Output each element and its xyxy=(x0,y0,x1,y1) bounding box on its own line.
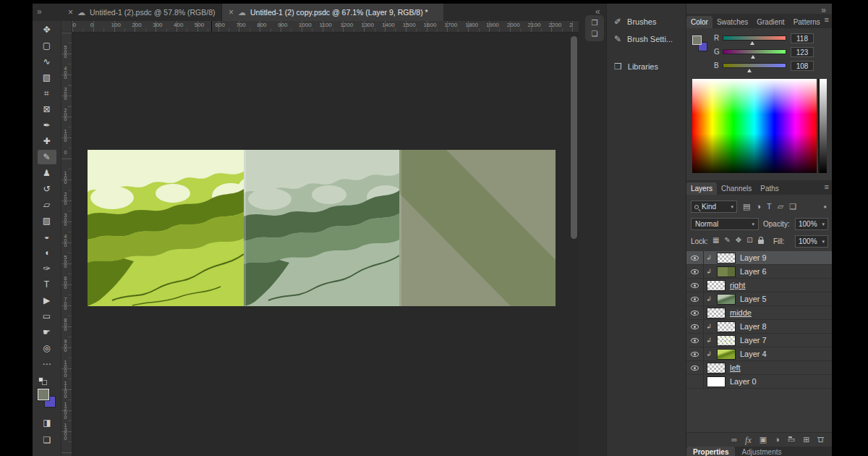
b-slider[interactable] xyxy=(723,63,786,68)
blend-mode-select[interactable]: Normal ▾ xyxy=(691,218,759,230)
layer-thumbnail[interactable] xyxy=(707,363,726,373)
layer-thumbnail[interactable] xyxy=(717,253,736,263)
edit-toolbar-button[interactable]: ⋯ xyxy=(38,357,56,371)
visibility-toggle[interactable] xyxy=(686,279,704,292)
visibility-toggle[interactable] xyxy=(686,334,704,347)
eraser-tool[interactable]: ▱ xyxy=(38,198,56,212)
layer-thumbnail[interactable] xyxy=(707,280,726,291)
fill-input[interactable]: 100% ▾ xyxy=(795,235,828,248)
tab-paths[interactable]: Paths xyxy=(756,182,783,195)
tab-patterns[interactable]: Patterns xyxy=(789,16,825,28)
expand-panel-icon[interactable]: » xyxy=(37,7,42,17)
layer-row[interactable]: midde xyxy=(686,306,832,320)
layer-effects-button[interactable]: fx xyxy=(745,436,752,444)
slider-thumb[interactable] xyxy=(751,55,755,59)
blur-tool[interactable]: ◒ xyxy=(38,229,56,244)
close-tab-icon[interactable]: × xyxy=(68,7,73,17)
g-slider[interactable] xyxy=(723,49,786,54)
swap-colors-mini[interactable] xyxy=(38,377,50,386)
hand-tool[interactable]: ☛ xyxy=(38,325,56,339)
tab-adjustments[interactable]: Adjustments xyxy=(735,447,788,456)
quick-mask-icon[interactable]: ◨ xyxy=(33,418,61,428)
collapsed-panel-icon[interactable]: ❏ xyxy=(592,30,598,38)
visibility-toggle[interactable] xyxy=(686,306,704,320)
type-tool[interactable]: T xyxy=(38,277,56,292)
filter-toggle-icon[interactable]: ● xyxy=(823,203,827,210)
layer-name[interactable]: Layer 5 xyxy=(740,295,767,303)
visibility-toggle[interactable] xyxy=(686,361,704,375)
clone-stamp-tool[interactable]: ♟ xyxy=(38,166,56,180)
slider-thumb[interactable] xyxy=(747,69,752,72)
layer-thumbnail[interactable] xyxy=(707,376,726,387)
layer-name[interactable]: Layer 6 xyxy=(740,267,767,276)
layer-row[interactable]: left xyxy=(686,361,832,375)
gradient-tool[interactable]: ▨ xyxy=(38,214,56,228)
layer-row[interactable]: ↲Layer 4 xyxy=(686,347,832,361)
dock-item-brush-settings[interactable]: ✎ Brush Setti... xyxy=(607,31,686,47)
path-selection-tool[interactable]: ▶ xyxy=(38,293,56,308)
filter-type-layers-icon[interactable]: T xyxy=(767,202,772,211)
lasso-tool[interactable]: ∿ xyxy=(38,54,56,69)
layer-thumbnail[interactable] xyxy=(707,308,726,318)
layer-row[interactable]: Layer 0 xyxy=(686,375,832,389)
lock-all-icon[interactable] xyxy=(758,240,764,244)
history-brush-tool[interactable]: ↺ xyxy=(38,182,56,196)
group-layers-button[interactable]: ▭ xyxy=(788,436,795,444)
new-layer-button[interactable]: ⊞ xyxy=(803,436,809,444)
spectrum-grayscale-strip[interactable] xyxy=(818,79,827,173)
document-tab[interactable]: × ☁ Untitled-1 (2).psdc @ 57.8% (RGB/8) xyxy=(61,4,222,21)
dock-item-brushes[interactable]: ✐ Brushes xyxy=(607,14,686,30)
rectangular-marquee-tool[interactable]: ▢ xyxy=(38,38,56,53)
layer-row[interactable]: ↲Layer 9 xyxy=(686,251,832,265)
visibility-toggle[interactable] xyxy=(686,265,704,279)
foreground-color-swatch[interactable] xyxy=(38,389,49,400)
layer-filter-dropdown[interactable]: Kind ▾ xyxy=(691,200,737,213)
layer-row[interactable]: ↲Layer 5 xyxy=(686,292,832,306)
brush-tool[interactable]: ✎ xyxy=(38,150,56,164)
tab-properties[interactable]: Properties xyxy=(686,447,735,456)
scrollbar-thumb[interactable] xyxy=(571,36,577,239)
layer-thumbnail[interactable] xyxy=(717,335,736,346)
visibility-toggle[interactable] xyxy=(686,347,704,361)
layer-row[interactable]: ↲Layer 8 xyxy=(686,320,832,334)
filter-pixel-layers-icon[interactable]: ▤ xyxy=(743,202,750,211)
link-layers-button[interactable]: ∞ xyxy=(731,436,737,444)
layer-row[interactable]: ↲Layer 6 xyxy=(686,265,832,279)
tab-layers[interactable]: Layers xyxy=(686,182,717,195)
close-tab-icon[interactable]: × xyxy=(229,7,234,17)
layer-mask-button[interactable]: ▣ xyxy=(760,436,767,444)
layer-thumbnail[interactable] xyxy=(717,349,736,360)
document-tab-active[interactable]: × ☁ Untitled-1 (2) copy.psdc @ 67.1% (La… xyxy=(222,4,443,21)
layer-name[interactable]: Layer 8 xyxy=(740,322,767,331)
visibility-toggle[interactable] xyxy=(686,375,704,389)
opacity-input[interactable]: 100% ▾ xyxy=(795,218,828,230)
rectangle-tool[interactable]: ▭ xyxy=(38,309,56,324)
visibility-toggle[interactable] xyxy=(686,251,704,265)
lock-position-icon[interactable]: ✥ xyxy=(736,236,741,244)
collapsed-panel-group[interactable]: ❐ ❏ xyxy=(585,15,604,41)
color-panel-menu-icon[interactable]: ≡ xyxy=(825,15,829,24)
filter-shape-layers-icon[interactable]: ▱ xyxy=(778,202,783,211)
vertical-scrollbar[interactable] xyxy=(571,36,577,452)
lock-transparency-icon[interactable]: ▦ xyxy=(712,236,719,244)
layer-row[interactable]: ↲Layer 7 xyxy=(686,334,832,347)
layer-thumbnail[interactable] xyxy=(717,266,736,277)
lock-artboard-icon[interactable]: ⊡ xyxy=(746,236,752,244)
r-slider[interactable] xyxy=(723,35,786,41)
adjustment-layer-button[interactable]: ◑ xyxy=(775,436,780,444)
layer-thumbnail[interactable] xyxy=(717,294,736,305)
layer-name[interactable]: midde xyxy=(730,308,752,317)
visibility-toggle[interactable] xyxy=(686,320,704,334)
eyedropper-tool[interactable]: ✒ xyxy=(38,118,56,132)
layer-name[interactable]: Layer 0 xyxy=(730,377,757,386)
dock-item-libraries[interactable]: ❒ Libraries xyxy=(607,59,686,75)
move-tool[interactable]: ✥ xyxy=(38,22,56,37)
layer-row[interactable]: right xyxy=(686,279,832,292)
layer-thumbnail[interactable] xyxy=(717,321,736,332)
layer-name[interactable]: Layer 9 xyxy=(740,253,767,262)
collapsed-panel-icon[interactable]: ❐ xyxy=(592,19,598,27)
filter-adjustment-layers-icon[interactable]: ◑ xyxy=(756,202,761,211)
b-value-input[interactable]: 108 xyxy=(791,61,814,71)
layer-name[interactable]: Layer 4 xyxy=(740,350,767,358)
delete-layer-button[interactable]: ⊔ xyxy=(817,436,824,444)
